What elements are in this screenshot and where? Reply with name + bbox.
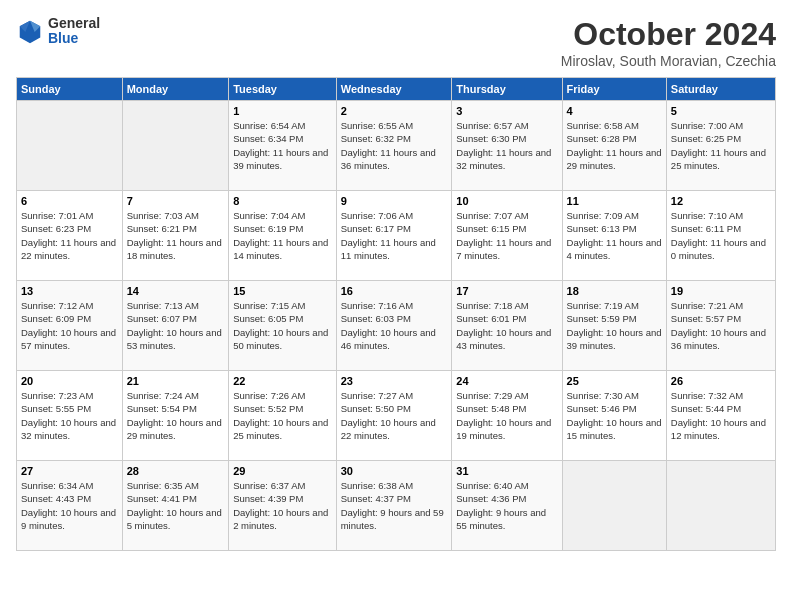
calendar-cell: 20Sunrise: 7:23 AM Sunset: 5:55 PM Dayli… xyxy=(17,371,123,461)
day-number: 24 xyxy=(456,375,557,387)
logo-text: General Blue xyxy=(48,16,100,47)
location-subtitle: Miroslav, South Moravian, Czechia xyxy=(561,53,776,69)
calendar-cell: 4Sunrise: 6:58 AM Sunset: 6:28 PM Daylig… xyxy=(562,101,666,191)
calendar-cell: 16Sunrise: 7:16 AM Sunset: 6:03 PM Dayli… xyxy=(336,281,452,371)
calendar-cell: 3Sunrise: 6:57 AM Sunset: 6:30 PM Daylig… xyxy=(452,101,562,191)
calendar-cell: 26Sunrise: 7:32 AM Sunset: 5:44 PM Dayli… xyxy=(666,371,775,461)
week-row-5: 27Sunrise: 6:34 AM Sunset: 4:43 PM Dayli… xyxy=(17,461,776,551)
day-header-monday: Monday xyxy=(122,78,229,101)
day-number: 28 xyxy=(127,465,225,477)
day-info: Sunrise: 7:29 AM Sunset: 5:48 PM Dayligh… xyxy=(456,389,557,442)
week-row-2: 6Sunrise: 7:01 AM Sunset: 6:23 PM Daylig… xyxy=(17,191,776,281)
day-info: Sunrise: 7:16 AM Sunset: 6:03 PM Dayligh… xyxy=(341,299,448,352)
day-info: Sunrise: 7:04 AM Sunset: 6:19 PM Dayligh… xyxy=(233,209,332,262)
day-number: 21 xyxy=(127,375,225,387)
page-header: General Blue October 2024 Miroslav, Sout… xyxy=(16,16,776,69)
day-info: Sunrise: 6:57 AM Sunset: 6:30 PM Dayligh… xyxy=(456,119,557,172)
day-number: 20 xyxy=(21,375,118,387)
calendar-cell: 22Sunrise: 7:26 AM Sunset: 5:52 PM Dayli… xyxy=(229,371,337,461)
day-number: 19 xyxy=(671,285,771,297)
calendar-cell xyxy=(666,461,775,551)
day-header-sunday: Sunday xyxy=(17,78,123,101)
day-info: Sunrise: 7:30 AM Sunset: 5:46 PM Dayligh… xyxy=(567,389,662,442)
calendar-header-row: SundayMondayTuesdayWednesdayThursdayFrid… xyxy=(17,78,776,101)
day-header-wednesday: Wednesday xyxy=(336,78,452,101)
day-number: 9 xyxy=(341,195,448,207)
day-number: 31 xyxy=(456,465,557,477)
calendar-cell: 5Sunrise: 7:00 AM Sunset: 6:25 PM Daylig… xyxy=(666,101,775,191)
week-row-4: 20Sunrise: 7:23 AM Sunset: 5:55 PM Dayli… xyxy=(17,371,776,461)
day-info: Sunrise: 7:32 AM Sunset: 5:44 PM Dayligh… xyxy=(671,389,771,442)
day-number: 2 xyxy=(341,105,448,117)
day-number: 11 xyxy=(567,195,662,207)
day-number: 10 xyxy=(456,195,557,207)
day-info: Sunrise: 7:15 AM Sunset: 6:05 PM Dayligh… xyxy=(233,299,332,352)
week-row-3: 13Sunrise: 7:12 AM Sunset: 6:09 PM Dayli… xyxy=(17,281,776,371)
day-info: Sunrise: 7:03 AM Sunset: 6:21 PM Dayligh… xyxy=(127,209,225,262)
day-number: 4 xyxy=(567,105,662,117)
calendar-cell: 29Sunrise: 6:37 AM Sunset: 4:39 PM Dayli… xyxy=(229,461,337,551)
day-number: 30 xyxy=(341,465,448,477)
day-header-friday: Friday xyxy=(562,78,666,101)
calendar-cell: 15Sunrise: 7:15 AM Sunset: 6:05 PM Dayli… xyxy=(229,281,337,371)
day-number: 6 xyxy=(21,195,118,207)
day-info: Sunrise: 7:18 AM Sunset: 6:01 PM Dayligh… xyxy=(456,299,557,352)
day-info: Sunrise: 7:06 AM Sunset: 6:17 PM Dayligh… xyxy=(341,209,448,262)
day-header-tuesday: Tuesday xyxy=(229,78,337,101)
logo-general-text: General xyxy=(48,16,100,31)
day-number: 29 xyxy=(233,465,332,477)
logo-blue-text: Blue xyxy=(48,31,100,46)
calendar-cell: 21Sunrise: 7:24 AM Sunset: 5:54 PM Dayli… xyxy=(122,371,229,461)
calendar-cell: 6Sunrise: 7:01 AM Sunset: 6:23 PM Daylig… xyxy=(17,191,123,281)
calendar-cell: 28Sunrise: 6:35 AM Sunset: 4:41 PM Dayli… xyxy=(122,461,229,551)
calendar-cell: 25Sunrise: 7:30 AM Sunset: 5:46 PM Dayli… xyxy=(562,371,666,461)
calendar-cell xyxy=(562,461,666,551)
day-number: 12 xyxy=(671,195,771,207)
calendar-cell xyxy=(17,101,123,191)
day-info: Sunrise: 7:19 AM Sunset: 5:59 PM Dayligh… xyxy=(567,299,662,352)
day-number: 25 xyxy=(567,375,662,387)
day-number: 14 xyxy=(127,285,225,297)
day-number: 1 xyxy=(233,105,332,117)
calendar-cell: 12Sunrise: 7:10 AM Sunset: 6:11 PM Dayli… xyxy=(666,191,775,281)
day-info: Sunrise: 6:58 AM Sunset: 6:28 PM Dayligh… xyxy=(567,119,662,172)
day-info: Sunrise: 6:38 AM Sunset: 4:37 PM Dayligh… xyxy=(341,479,448,532)
day-info: Sunrise: 7:01 AM Sunset: 6:23 PM Dayligh… xyxy=(21,209,118,262)
calendar-cell: 23Sunrise: 7:27 AM Sunset: 5:50 PM Dayli… xyxy=(336,371,452,461)
day-number: 3 xyxy=(456,105,557,117)
day-number: 18 xyxy=(567,285,662,297)
day-header-saturday: Saturday xyxy=(666,78,775,101)
day-header-thursday: Thursday xyxy=(452,78,562,101)
day-info: Sunrise: 7:24 AM Sunset: 5:54 PM Dayligh… xyxy=(127,389,225,442)
day-number: 13 xyxy=(21,285,118,297)
calendar-cell: 8Sunrise: 7:04 AM Sunset: 6:19 PM Daylig… xyxy=(229,191,337,281)
day-info: Sunrise: 7:13 AM Sunset: 6:07 PM Dayligh… xyxy=(127,299,225,352)
day-number: 27 xyxy=(21,465,118,477)
calendar-table: SundayMondayTuesdayWednesdayThursdayFrid… xyxy=(16,77,776,551)
day-number: 8 xyxy=(233,195,332,207)
calendar-cell: 11Sunrise: 7:09 AM Sunset: 6:13 PM Dayli… xyxy=(562,191,666,281)
calendar-cell: 10Sunrise: 7:07 AM Sunset: 6:15 PM Dayli… xyxy=(452,191,562,281)
calendar-cell: 1Sunrise: 6:54 AM Sunset: 6:34 PM Daylig… xyxy=(229,101,337,191)
day-number: 17 xyxy=(456,285,557,297)
calendar-cell: 13Sunrise: 7:12 AM Sunset: 6:09 PM Dayli… xyxy=(17,281,123,371)
day-info: Sunrise: 7:26 AM Sunset: 5:52 PM Dayligh… xyxy=(233,389,332,442)
day-info: Sunrise: 7:23 AM Sunset: 5:55 PM Dayligh… xyxy=(21,389,118,442)
day-info: Sunrise: 7:00 AM Sunset: 6:25 PM Dayligh… xyxy=(671,119,771,172)
day-info: Sunrise: 7:27 AM Sunset: 5:50 PM Dayligh… xyxy=(341,389,448,442)
day-info: Sunrise: 7:10 AM Sunset: 6:11 PM Dayligh… xyxy=(671,209,771,262)
day-info: Sunrise: 7:09 AM Sunset: 6:13 PM Dayligh… xyxy=(567,209,662,262)
day-number: 16 xyxy=(341,285,448,297)
day-info: Sunrise: 6:40 AM Sunset: 4:36 PM Dayligh… xyxy=(456,479,557,532)
week-row-1: 1Sunrise: 6:54 AM Sunset: 6:34 PM Daylig… xyxy=(17,101,776,191)
calendar-cell: 17Sunrise: 7:18 AM Sunset: 6:01 PM Dayli… xyxy=(452,281,562,371)
calendar-cell: 19Sunrise: 7:21 AM Sunset: 5:57 PM Dayli… xyxy=(666,281,775,371)
day-info: Sunrise: 6:37 AM Sunset: 4:39 PM Dayligh… xyxy=(233,479,332,532)
day-number: 26 xyxy=(671,375,771,387)
svg-marker-0 xyxy=(20,21,41,43)
day-number: 7 xyxy=(127,195,225,207)
day-number: 5 xyxy=(671,105,771,117)
calendar-cell: 31Sunrise: 6:40 AM Sunset: 4:36 PM Dayli… xyxy=(452,461,562,551)
calendar-cell: 30Sunrise: 6:38 AM Sunset: 4:37 PM Dayli… xyxy=(336,461,452,551)
calendar-cell: 18Sunrise: 7:19 AM Sunset: 5:59 PM Dayli… xyxy=(562,281,666,371)
